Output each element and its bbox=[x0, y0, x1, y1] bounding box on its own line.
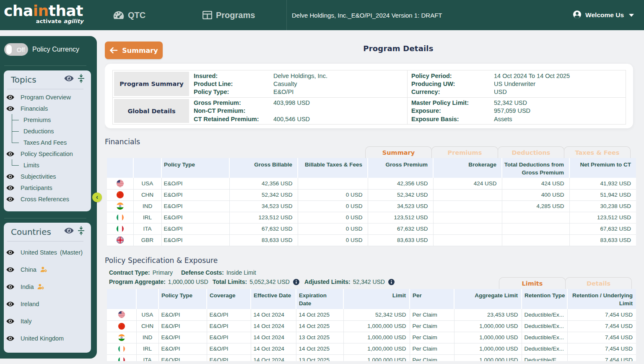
cell-aggregate-limit: 1,000,000 USD bbox=[454, 332, 522, 343]
tab-summary[interactable]: Summary bbox=[365, 146, 432, 158]
cell-flag bbox=[107, 223, 133, 234]
table-icon bbox=[203, 11, 212, 19]
cell-policy-type: E&O/PI bbox=[161, 200, 229, 212]
sidebar-collapse-button[interactable]: ‹ bbox=[92, 192, 102, 202]
col-per: Per bbox=[410, 289, 454, 309]
user-gear-icon bbox=[40, 266, 47, 273]
cell-limit: 1,000,000 USD bbox=[343, 354, 410, 361]
sidebar-item-policy-specification[interactable]: Policy Specification bbox=[4, 148, 91, 159]
cell-expiration-date: 14 Oct 2025 bbox=[296, 320, 343, 332]
sidebar-item-financials[interactable]: Financials bbox=[4, 103, 91, 114]
sidebar-item-participants[interactable]: Participants bbox=[4, 182, 91, 193]
eye-icon[interactable] bbox=[64, 74, 74, 85]
sidebar-item-taxes-and-fees[interactable]: Taxes And Fees bbox=[4, 137, 91, 148]
limits-row[interactable]: IRL E&O/PI E&O/PI 14 Oct 2024 14 Oct 202… bbox=[107, 343, 636, 354]
cell-gross-premium: 67,632 USD bbox=[368, 223, 433, 234]
sidebar-item-premiums[interactable]: Premiums bbox=[4, 114, 91, 125]
nav-item-qtc[interactable]: QTC bbox=[113, 0, 145, 30]
contract-type-label: Contract Type: bbox=[109, 269, 150, 276]
sidebar-item-subjectivities[interactable]: Subjectivities bbox=[4, 171, 91, 182]
sidebar-item-china[interactable]: China bbox=[4, 261, 91, 278]
col-policy-type: Policy Type bbox=[158, 289, 207, 309]
cell-effective-date: 14 Oct 2024 bbox=[251, 343, 296, 354]
cell-effective-date: 14 Oct 2024 bbox=[251, 354, 296, 361]
financials-row[interactable]: CHN E&O/PI 52,342 USD 0 USD 52,342 USD 4… bbox=[107, 189, 636, 200]
insured-label: Insured: bbox=[194, 73, 273, 79]
topics-items: Program Overview Financials Premiums Ded… bbox=[4, 91, 91, 205]
tab-deductions[interactable]: Deductions bbox=[498, 146, 564, 158]
financials-row[interactable]: IRL E&O/PI 123,512 USD 0 USD 123,512 USD… bbox=[107, 212, 636, 223]
eye-icon[interactable] bbox=[6, 173, 15, 180]
sidebar-item-limits[interactable]: Limits bbox=[4, 159, 91, 171]
policy-type-value: E&O/PI bbox=[273, 88, 293, 95]
eye-icon[interactable] bbox=[6, 185, 15, 191]
toolbar: Summary Program Details bbox=[105, 42, 634, 59]
sidebar-item-italy[interactable]: Italy bbox=[4, 312, 91, 330]
cell-retention-underlying-limit: 7,454 USD bbox=[567, 332, 636, 343]
cell-policy-type: E&O/PI bbox=[158, 354, 207, 361]
info-icon[interactable] bbox=[293, 279, 299, 285]
eye-icon[interactable] bbox=[6, 283, 15, 290]
cell-billable-taxes-fees bbox=[298, 178, 368, 189]
financials-row[interactable]: USA E&O/PI 42,356 USD 42,356 USD 424 USD… bbox=[107, 178, 636, 189]
tab-taxes-fees[interactable]: Taxes & Fees bbox=[564, 146, 631, 158]
cell-country-code: IRL bbox=[136, 343, 158, 354]
tab-premiums[interactable]: Premiums bbox=[431, 146, 498, 158]
financials-row[interactable]: ITA E&O/PI 67,632 USD 0 USD 67,632 USD 6… bbox=[107, 223, 636, 234]
sidebar-item-deductions[interactable]: Deductions bbox=[4, 125, 91, 137]
limits-table: Policy Type Coverage Effective Date Expi… bbox=[107, 289, 636, 361]
cell-expiration-date: 13 Oct 2025 bbox=[296, 332, 343, 343]
cell-flag bbox=[107, 332, 136, 343]
eye-icon[interactable] bbox=[6, 94, 15, 101]
sidebar-item-india[interactable]: India bbox=[4, 278, 91, 295]
user-menu[interactable]: Welcome Us bbox=[573, 0, 634, 30]
eye-icon[interactable] bbox=[64, 226, 74, 237]
nav-item-programs[interactable]: Programs bbox=[203, 0, 255, 30]
limits-row[interactable]: USA E&O/PI E&O/PI 14 Oct 2024 14 Oct 202… bbox=[107, 309, 636, 320]
cell-net-premium-to-ct: 67,632 USD bbox=[569, 223, 636, 234]
eye-icon[interactable] bbox=[6, 151, 15, 157]
tab-limits[interactable]: Limits bbox=[499, 277, 566, 289]
sidebar-item-ireland[interactable]: Ireland bbox=[4, 295, 91, 312]
master-policy-limit-label: Master Policy Limit: bbox=[411, 99, 494, 106]
sidebar-item-united-states[interactable]: United States(Master) bbox=[4, 244, 91, 261]
eye-icon[interactable] bbox=[6, 335, 15, 342]
master-policy-limit-value: 52,342 USD bbox=[494, 99, 527, 106]
policy-currency-toggle[interactable]: Off bbox=[4, 43, 28, 56]
cell-country-code: USA bbox=[133, 178, 161, 189]
cell-aggregate-limit: 23,453 USD bbox=[454, 309, 522, 320]
cell-brokerage bbox=[433, 234, 502, 246]
eye-icon[interactable] bbox=[6, 196, 15, 203]
program-aggregate-label: Program Aggregate: bbox=[109, 278, 166, 285]
cell-net-premium-to-ct: 41,932 USD bbox=[569, 178, 636, 189]
tab-details[interactable]: Details bbox=[565, 277, 632, 289]
financials-row[interactable]: GBR E&O/PI 83,633 USD 0 USD 83,633 USD 8… bbox=[107, 234, 636, 246]
chainthat-logo[interactable]: chainthat activate agility bbox=[4, 3, 83, 24]
program-details-table: Program Summary Insured:Delve Holdings, … bbox=[112, 70, 626, 125]
compress-vertical-icon[interactable] bbox=[78, 73, 85, 85]
field-line: Master Policy Limit:52,342 USD bbox=[411, 99, 626, 107]
compress-vertical-icon[interactable] bbox=[78, 226, 85, 237]
info-icon[interactable] bbox=[388, 279, 395, 285]
financials-row[interactable]: IND E&O/PI 34,523 USD 0 USD 34,523 USD 4… bbox=[107, 200, 636, 212]
cell-retention-type: Deductible/Ex... bbox=[522, 343, 567, 354]
cell-total-deductions bbox=[502, 212, 569, 223]
eye-icon[interactable] bbox=[6, 249, 15, 256]
eye-icon[interactable] bbox=[6, 105, 15, 112]
financials-tabs: Summary Premiums Deductions Taxes & Fees bbox=[365, 146, 631, 158]
sidebar-item-program-overview[interactable]: Program Overview bbox=[4, 91, 91, 103]
policy-currency-label: Policy Currency bbox=[32, 46, 79, 53]
user-gear-icon bbox=[37, 283, 44, 290]
sidebar-item-united-kingdom[interactable]: United Kingdom bbox=[4, 330, 91, 347]
eye-icon[interactable] bbox=[6, 266, 15, 273]
cell-gross-premium: 83,633 USD bbox=[368, 234, 433, 246]
cell-limit: 1,000,000 USD bbox=[343, 332, 410, 343]
limits-row[interactable]: IND E&O/PI E&O/PI 14 Oct 2024 13 Oct 202… bbox=[107, 332, 636, 343]
limits-row[interactable]: ITA E&O/PI E&O/PI 14 Oct 2024 13 Oct 202… bbox=[107, 354, 636, 361]
eye-icon[interactable] bbox=[6, 318, 15, 325]
back-to-summary-button[interactable]: Summary bbox=[105, 42, 163, 59]
eye-icon[interactable] bbox=[6, 301, 15, 307]
sidebar-item-cross-references[interactable]: Cross References bbox=[4, 193, 91, 205]
cell-coverage: E&O/PI bbox=[207, 354, 251, 361]
limits-row[interactable]: CHN E&O/PI E&O/PI 14 Oct 2024 14 Oct 202… bbox=[107, 320, 636, 332]
